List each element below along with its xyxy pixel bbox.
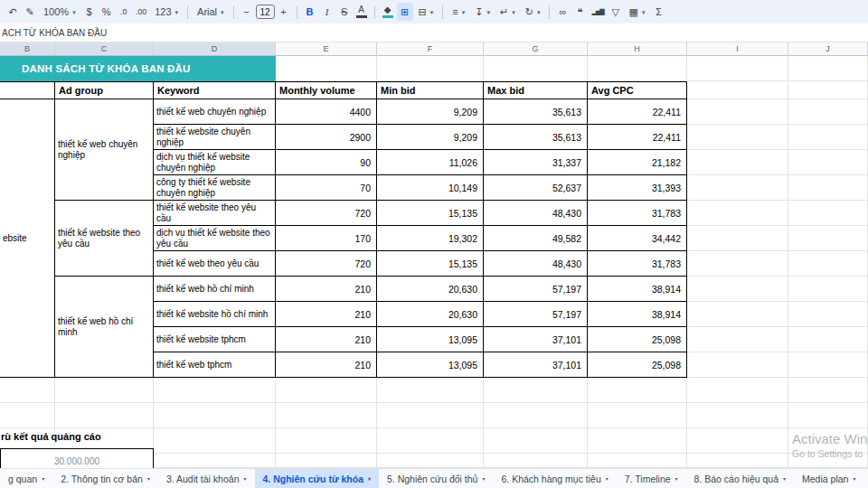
- keyword-cell[interactable]: thiết kế website hồ chí minh: [154, 302, 276, 327]
- avg-cpc-cell[interactable]: 38,914: [588, 277, 687, 302]
- max-bid-cell[interactable]: 57,197: [484, 277, 588, 302]
- empty-cell[interactable]: [788, 378, 868, 403]
- column-header-d[interactable]: D: [154, 42, 276, 56]
- column-header-e[interactable]: E: [276, 42, 377, 56]
- column-b-merged-cell[interactable]: ebsite: [0, 99, 55, 378]
- empty-cell[interactable]: [377, 428, 484, 454]
- volume-cell[interactable]: 720: [276, 201, 377, 226]
- avg-cpc-cell[interactable]: 31,783: [588, 251, 687, 277]
- header-cell[interactable]: Keyword: [154, 81, 276, 99]
- max-bid-cell[interactable]: 57,197: [484, 302, 588, 327]
- min-bid-cell[interactable]: 15,135: [377, 201, 484, 226]
- empty-cell[interactable]: [687, 81, 788, 99]
- sheet-tab-3[interactable]: 3. Audit tài khoản▾: [158, 469, 255, 488]
- min-bid-cell[interactable]: 20,630: [377, 277, 484, 302]
- max-bid-cell[interactable]: 31,337: [484, 150, 588, 175]
- empty-cell[interactable]: [377, 403, 484, 428]
- keyword-cell[interactable]: dịch vụ thiết kế website theo yêu cầu: [154, 226, 276, 251]
- empty-cell[interactable]: [377, 56, 484, 81]
- volume-cell[interactable]: 210: [276, 302, 377, 327]
- empty-cell[interactable]: [687, 428, 788, 454]
- zoom-select[interactable]: 100% ▾: [39, 3, 80, 21]
- max-bid-cell[interactable]: 37,101: [484, 352, 588, 378]
- sheet-title-cell[interactable]: DANH SÁCH TỪ KHÓA BAN ĐẦU: [0, 56, 276, 81]
- vertical-align-icon[interactable]: ↧ ▾: [470, 3, 495, 21]
- empty-cell[interactable]: [687, 251, 788, 277]
- max-bid-cell[interactable]: 52,637: [484, 175, 588, 201]
- empty-cell[interactable]: [588, 454, 687, 468]
- min-bid-cell[interactable]: 15,135: [377, 251, 484, 277]
- table-icon[interactable]: ▦ ▾: [625, 3, 650, 21]
- min-bid-cell[interactable]: 20,630: [377, 302, 484, 327]
- min-bid-cell[interactable]: 13,095: [377, 352, 484, 378]
- empty-cell[interactable]: [687, 201, 788, 226]
- text-wrap-icon[interactable]: ↵ ▾: [495, 3, 520, 21]
- volume-cell[interactable]: 210: [276, 277, 377, 302]
- max-bid-cell[interactable]: 35,613: [484, 99, 588, 125]
- empty-cell[interactable]: [788, 150, 868, 175]
- number-format-button[interactable]: 123 ▾: [150, 3, 183, 21]
- decrease-font-size-button[interactable]: −: [239, 3, 255, 21]
- empty-cell[interactable]: [588, 403, 687, 428]
- volume-cell[interactable]: 170: [276, 226, 377, 251]
- keyword-cell[interactable]: thiết kế web hồ chí minh: [154, 277, 276, 302]
- keyword-cell[interactable]: thiết kế website theo yêu cầu: [154, 201, 276, 226]
- header-cell[interactable]: Monthly volume: [276, 81, 377, 99]
- empty-cell[interactable]: [687, 150, 788, 175]
- horizontal-align-icon[interactable]: ≡ ▾: [448, 3, 469, 21]
- min-bid-cell[interactable]: 19,302: [377, 226, 484, 251]
- header-cell[interactable]: Min bid: [377, 81, 484, 99]
- sheet-tab-9[interactable]: Media plan▾: [794, 469, 863, 488]
- empty-cell[interactable]: [788, 175, 868, 201]
- avg-cpc-cell[interactable]: 31,783: [588, 201, 687, 226]
- min-bid-cell[interactable]: 10,149: [377, 175, 484, 201]
- empty-cell[interactable]: [687, 99, 788, 125]
- column-header-j[interactable]: J: [788, 42, 868, 56]
- keyword-cell[interactable]: thiết kế website chuyên nghiệp: [154, 125, 276, 150]
- empty-cell[interactable]: [687, 56, 788, 81]
- decrease-decimal-button[interactable]: .0: [116, 3, 132, 21]
- ad-group-cell[interactable]: thiết kế web chuyên nghiệp: [55, 99, 154, 201]
- header-cell[interactable]: Avg CPC: [588, 81, 687, 99]
- sheet-tab-6[interactable]: 6. Khách hàng mục tiêu▾: [493, 469, 616, 488]
- empty-cell[interactable]: [588, 56, 687, 81]
- borders-icon[interactable]: ⊞: [397, 3, 413, 21]
- empty-cell[interactable]: [484, 56, 588, 81]
- insert-comment-icon[interactable]: ❝: [571, 3, 588, 21]
- empty-cell[interactable]: [588, 378, 687, 403]
- format-percent-button[interactable]: %: [99, 3, 115, 21]
- min-bid-cell[interactable]: 11,026: [377, 150, 484, 175]
- bold-button[interactable]: B: [302, 3, 318, 21]
- empty-cell[interactable]: [154, 454, 276, 468]
- sheet-tab-5[interactable]: 5. Nghiên cứu đối thủ▾: [379, 469, 493, 488]
- header-cell-empty[interactable]: [0, 81, 55, 99]
- empty-cell[interactable]: [788, 125, 868, 150]
- insert-link-icon[interactable]: ∞: [554, 3, 571, 21]
- keyword-cell[interactable]: thiết kế web chuyên nghiệp: [154, 99, 276, 125]
- keyword-cell[interactable]: công ty thiết kế website chuyên nghiệp: [154, 175, 276, 201]
- max-bid-cell[interactable]: 35,613: [484, 125, 588, 150]
- sheet-tab-1[interactable]: g quan▾: [0, 469, 52, 488]
- empty-cell[interactable]: [484, 454, 588, 468]
- formula-bar[interactable]: ACH TỪ KHÓA BAN ĐẦU: [0, 23, 868, 42]
- empty-cell[interactable]: [687, 277, 788, 302]
- empty-cell[interactable]: [788, 327, 868, 352]
- font-size-input[interactable]: 12: [256, 5, 275, 19]
- font-select[interactable]: Arial ▾: [193, 3, 229, 21]
- avg-cpc-cell[interactable]: 38,914: [588, 302, 687, 327]
- sheet-tab-7[interactable]: 7. Timeline▾: [617, 469, 686, 488]
- sheet-tab-2[interactable]: 2. Thông tin cơ bản▾: [52, 469, 158, 488]
- min-bid-cell[interactable]: 9,209: [377, 99, 484, 125]
- italic-button[interactable]: I: [319, 3, 335, 21]
- column-header-h[interactable]: H: [588, 42, 687, 56]
- empty-cell[interactable]: [687, 302, 788, 327]
- avg-cpc-cell[interactable]: 21,182: [588, 150, 687, 175]
- create-filter-icon[interactable]: ▽: [608, 3, 624, 21]
- max-bid-cell[interactable]: 48,430: [484, 251, 588, 277]
- empty-cell[interactable]: [687, 175, 788, 201]
- empty-cell[interactable]: [788, 201, 868, 226]
- avg-cpc-cell[interactable]: 22,411: [588, 99, 687, 125]
- empty-cell[interactable]: [0, 378, 55, 403]
- column-header-c[interactable]: C: [55, 42, 154, 56]
- avg-cpc-cell[interactable]: 34,442: [588, 226, 687, 251]
